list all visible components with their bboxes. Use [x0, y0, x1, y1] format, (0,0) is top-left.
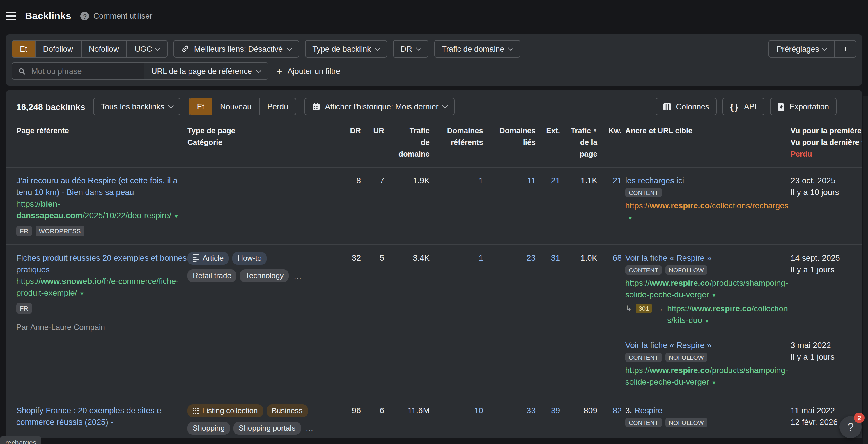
chevron-down-icon	[168, 102, 174, 108]
url-options-caret-icon[interactable]: ▼	[174, 214, 179, 219]
plus-icon: +	[277, 66, 282, 76]
url-options-caret-icon[interactable]: ▼	[627, 215, 633, 221]
page-type-pill: Business	[267, 405, 308, 417]
linked-domains-link[interactable]: 11	[483, 175, 535, 186]
target-url-link[interactable]: https://www.respire.co/products/shampoin…	[625, 364, 790, 389]
plus-icon: +	[842, 44, 848, 54]
redirect-url-link[interactable]: https://www.respire.co/collections/kits-…	[667, 303, 790, 327]
anchor-cell: Voir la fiche « Respire » CONTENT NOFOLL…	[622, 339, 790, 389]
referring-page-url-link[interactable]: https://bien-danssapeau.com/2025/10/22/d…	[16, 198, 187, 222]
scrollbar-rail[interactable]	[863, 96, 868, 444]
col-header-dr: DR	[340, 125, 361, 160]
filter-nofollow-button[interactable]: Nofollow	[81, 41, 127, 57]
dr-filter-dropdown[interactable]: DR	[393, 40, 428, 58]
url-options-caret-icon[interactable]: ▼	[711, 380, 717, 386]
language-badge: FR	[16, 303, 32, 314]
referring-page-title-link[interactable]: Fiches produit réussies 20 exemples et b…	[16, 253, 187, 274]
anchor-text-link[interactable]: Voir la fiche « Respire »	[625, 341, 711, 350]
search-scope-dropdown[interactable]: URL de la page de référence	[144, 63, 268, 79]
first-seen-date: 3 mai 2022	[790, 339, 862, 351]
more-categories[interactable]: …	[305, 422, 313, 434]
chevron-down-icon	[256, 67, 262, 73]
table-header: Page référente Type de pageCatégorie DR …	[6, 116, 862, 167]
anchor-text-link[interactable]: Voir la fiche « Respire »	[625, 253, 711, 262]
kw-link[interactable]: 68	[597, 252, 622, 264]
page-type-pill: Listing collection	[187, 405, 263, 417]
search-input[interactable]	[30, 66, 138, 76]
search-scope-label: URL de la page de référence	[151, 67, 252, 75]
add-filter-button[interactable]: + Ajouter un filtre	[274, 66, 343, 76]
url-options-caret-icon[interactable]: ▼	[711, 293, 717, 298]
table-row: Shopify France : 20 exemples de sites e-…	[6, 397, 862, 438]
history-dropdown[interactable]: Afficher l'historique: Mois dernier	[305, 98, 455, 115]
col-header-kw: Kw.	[597, 125, 622, 160]
referring-page-title-link[interactable]: J’ai recouru au déo Respire (et cette fo…	[16, 176, 178, 197]
nofollow-badge: NOFOLLOW	[665, 353, 707, 362]
linked-domains-link[interactable]: 33	[483, 405, 535, 416]
mode-and-button[interactable]: Et	[189, 98, 213, 115]
domain-traffic-dropdown[interactable]: Trafic de domaine	[434, 40, 521, 58]
target-url-link[interactable]: https://www.respire.co/products/shampoin…	[625, 277, 790, 302]
export-button[interactable]: Exportation	[770, 98, 837, 115]
help-widget-button[interactable]: ? 2	[839, 416, 862, 438]
redirect-code-badge: 301	[636, 304, 652, 313]
anchor-text-link[interactable]: les recharges ici	[625, 176, 684, 185]
ref-domains-link[interactable]: 1	[430, 252, 483, 264]
ext-links-link[interactable]: 39	[535, 405, 560, 416]
mode-lost-button[interactable]: Perdu	[260, 98, 296, 115]
mode-new-button[interactable]: Nouveau	[213, 98, 260, 115]
anchor-badges: CONTENT NOFOLLOW	[625, 418, 790, 427]
redirect-turn-icon: ↳	[625, 303, 632, 314]
toolbar-right-group: Colonnes {} API Exportation	[655, 98, 837, 115]
kw-link[interactable]: 82	[597, 405, 622, 416]
chevron-down-icon	[286, 45, 292, 51]
more-categories[interactable]: …	[294, 270, 302, 282]
url-options-caret-icon[interactable]: ▼	[705, 318, 710, 324]
url-options-caret-icon[interactable]: ▼	[80, 291, 85, 297]
search-group: URL de la page de référence	[12, 62, 268, 80]
how-to-use-link[interactable]: ? Comment utiliser	[81, 12, 153, 20]
view-all-dropdown[interactable]: Tous les backlinks	[93, 98, 181, 115]
col-header-page-traffic[interactable]: Trafic▼ de lapage	[560, 125, 597, 160]
kw-link[interactable]: 21	[597, 175, 622, 186]
presets-dropdown[interactable]: Préréglages	[769, 41, 835, 57]
anchor-badges: CONTENT NOFOLLOW	[625, 265, 790, 275]
ext-links-link[interactable]: 31	[535, 252, 560, 264]
referring-page-title-link[interactable]: Shopify France : 20 exemples de sites e-…	[16, 406, 164, 426]
page-title: Backlinks	[25, 10, 71, 22]
category-pills: Retail trade Technology …	[187, 269, 340, 282]
referring-page-cell: J’ai recouru au déo Respire (et cette fo…	[16, 175, 187, 236]
seen-dates-cell: 23 oct. 2025 Il y a 10 jours	[790, 175, 862, 198]
col-header-domain-traffic: Traficdedomaine	[384, 125, 430, 160]
hamburger-menu-icon[interactable]	[6, 12, 16, 20]
table-row: Fiches produit réussies 20 exemples et b…	[6, 245, 862, 397]
ref-domains-link[interactable]: 10	[430, 405, 483, 416]
calendar-icon	[312, 102, 320, 110]
add-preset-button[interactable]: +	[835, 41, 856, 57]
anchor-text-link[interactable]: Respire	[634, 406, 662, 415]
col-header-referring-page: Page référente	[16, 125, 187, 160]
filter-dofollow-button[interactable]: Dofollow	[35, 41, 82, 57]
target-url-link[interactable]: https://www.respire.co/collections/recha…	[625, 199, 790, 224]
ref-domains-link[interactable]: 1	[430, 175, 483, 186]
link-preview-status: recharges	[0, 437, 42, 444]
language-badge: FR	[16, 226, 32, 236]
api-button[interactable]: {} API	[723, 98, 764, 115]
category-pill: Shopping	[187, 422, 230, 435]
col-header-ext: Ext.	[535, 125, 560, 160]
columns-button[interactable]: Colonnes	[655, 98, 717, 115]
results-toolbar: 16,248 backlinks Tous les backlinks Et N…	[6, 90, 862, 116]
backlink-type-dropdown[interactable]: Type de backlink	[305, 40, 387, 58]
backlinks-count: 16,248 backlinks	[16, 101, 85, 112]
ext-links-link[interactable]: 21	[535, 175, 560, 186]
last-seen-date: Il y a 10 jours	[790, 186, 862, 198]
linked-domains-link[interactable]: 23	[483, 252, 535, 264]
filter-and-button[interactable]: Et	[12, 41, 35, 57]
notification-badge: 2	[854, 413, 865, 423]
filter-ugc-dropdown[interactable]: UGC	[127, 41, 167, 57]
page-traffic-value: 809	[560, 405, 597, 416]
referring-page-url-link[interactable]: https://www.snoweb.io/fr/e-commerce/fich…	[16, 275, 187, 300]
download-file-icon	[777, 102, 784, 110]
best-links-dropdown[interactable]: Meilleurs liens: Désactivé	[174, 40, 299, 58]
presets-label: Préréglages	[777, 44, 819, 53]
